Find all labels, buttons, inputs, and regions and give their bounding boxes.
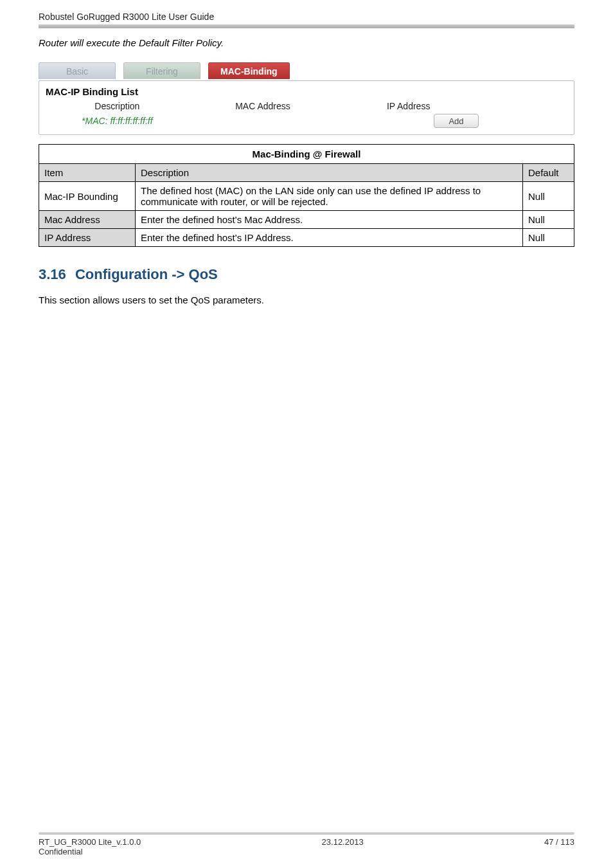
- row-default: Null: [523, 211, 574, 229]
- col-header-description: Description: [44, 101, 190, 111]
- section-intro: This section allows users to set the QoS…: [39, 294, 574, 305]
- tab-mac-binding[interactable]: MAC-Binding: [208, 62, 290, 79]
- doc-title: Robustel GoRugged R3000 Lite User Guide: [39, 0, 574, 24]
- table-title: Mac-Binding @ Firewall: [39, 145, 574, 164]
- row-item: IP Address: [39, 229, 136, 247]
- row-desc: Enter the defined host's Mac Address.: [136, 211, 523, 229]
- footer-date: 23.12.2013: [322, 837, 364, 856]
- col-header-mac: MAC Address: [190, 101, 336, 111]
- binding-heading: MAC-IP Binding List: [44, 85, 569, 101]
- tab-basic[interactable]: Basic: [39, 62, 116, 79]
- row-default: Null: [523, 229, 574, 247]
- page-footer: RT_UG_R3000 Lite_v.1.0.0 Confidential 23…: [39, 832, 574, 856]
- footer-doc-id: RT_UG_R3000 Lite_v.1.0.0: [39, 837, 141, 847]
- col-header-ip: IP Address: [335, 101, 481, 111]
- row-item: Mac Address: [39, 211, 136, 229]
- row-item: Mac-IP Bounding: [39, 182, 136, 211]
- col-header-spacer: [481, 101, 569, 111]
- tabs-row: Basic Filtering MAC-Binding: [39, 62, 574, 79]
- footer-confidential: Confidential: [39, 847, 141, 856]
- th-description: Description: [136, 164, 523, 182]
- section-title: Configuration -> QoS: [75, 266, 218, 282]
- mac-sample-text: *MAC: ff:ff:ff:ff:ff:ff: [44, 116, 190, 126]
- tab-filtering[interactable]: Filtering: [123, 62, 200, 79]
- mac-ip-binding-panel: MAC-IP Binding List Description MAC Addr…: [39, 80, 574, 135]
- row-default: Null: [523, 182, 574, 211]
- footer-rule: [39, 832, 574, 835]
- th-default: Default: [523, 164, 574, 182]
- footer-page-number: 47 / 113: [544, 837, 574, 856]
- section-heading: 3.16 Configuration -> QoS: [39, 266, 574, 283]
- th-item: Item: [39, 164, 136, 182]
- header-rule: [39, 24, 574, 28]
- mac-binding-table: Mac-Binding @ Firewall Item Description …: [39, 144, 574, 247]
- section-number: 3.16: [39, 266, 66, 283]
- row-desc: The defined host (MAC) on the LAN side o…: [136, 182, 523, 211]
- add-button[interactable]: Add: [434, 114, 479, 128]
- row-desc: Enter the defined host's IP Address.: [136, 229, 523, 247]
- router-note: Router will execute the Default Filter P…: [39, 37, 574, 48]
